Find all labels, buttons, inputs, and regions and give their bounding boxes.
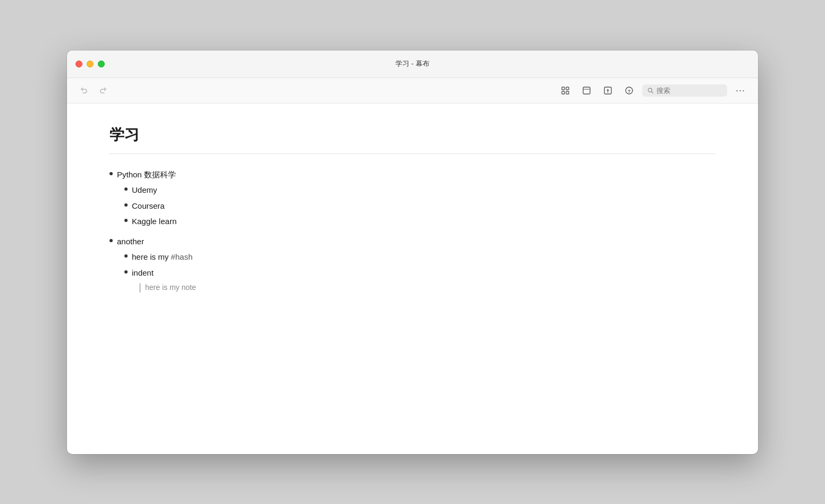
more-button[interactable]: ··· [731,83,750,98]
content-area: 学习 Python 数据科学 Udemy Coursera Kaggle [67,104,758,454]
title-divider [110,153,715,154]
help-button[interactable]: ? [621,82,638,99]
note-container: here is my note [124,280,715,294]
list-item: Python 数据科学 [110,167,715,183]
note-text: here is my note [145,281,196,294]
svg-text:?: ? [628,88,631,93]
bullet-dot [124,270,128,274]
redo-button[interactable] [95,82,112,99]
list-item: Coursera [124,198,715,214]
minimize-button[interactable] [87,61,94,67]
bullet-dot [124,203,128,207]
search-icon [647,87,653,94]
item-text: another [117,235,144,249]
bullet-dot [124,254,128,258]
toolbar-right: ? ··· [557,82,750,99]
export-icon [603,86,612,95]
list-item: another [110,234,715,250]
note-indicator [139,283,141,293]
outline: Python 数据科学 Udemy Coursera Kaggle learn [110,167,715,294]
svg-rect-4 [583,87,590,94]
indent-group: Udemy Coursera Kaggle learn [110,182,715,229]
focus-button[interactable] [557,82,574,99]
bullet-dot [124,219,128,222]
list-item: indent [124,265,715,281]
list-item: here is my #hash [124,249,715,265]
titlebar: 学习 - 幕布 [67,50,758,78]
traffic-lights [75,61,105,67]
maximize-button[interactable] [98,61,105,67]
item-text: here is my #hash [132,250,192,264]
help-icon: ? [625,86,634,95]
focus-icon [561,86,570,95]
toolbar-left [75,82,555,99]
bullet-dot [110,239,113,242]
indent-group: here is my #hash indent here is my note [110,249,715,294]
bullet-dot [124,187,128,191]
list-item: Kaggle learn [124,213,715,229]
window-title: 学习 - 幕布 [395,59,430,69]
svg-rect-1 [566,87,569,90]
toolbar: ? ··· [67,78,758,104]
svg-line-11 [651,91,653,93]
item-text: indent [132,266,154,280]
item-text: Kaggle learn [132,215,176,228]
svg-rect-3 [566,91,569,94]
item-text: Python 数据科学 [117,168,176,182]
undo-button[interactable] [75,82,92,99]
app-window: 学习 - 幕布 [67,50,758,454]
list-item: Udemy [124,182,715,198]
view-button[interactable] [578,82,595,99]
note-bar: here is my note [139,281,715,294]
item-text: Udemy [132,183,157,197]
svg-rect-2 [562,91,565,94]
view-icon [582,86,591,95]
svg-rect-0 [562,87,565,90]
bullet-dot [110,172,113,175]
undo-icon [80,86,88,95]
item-text: Coursera [132,199,165,213]
hash-link[interactable]: #hash [171,252,192,261]
doc-title: 学习 [110,125,715,145]
close-button[interactable] [75,61,82,67]
search-input[interactable] [656,87,722,95]
export-button[interactable] [600,82,617,99]
redo-icon [99,86,107,95]
search-box[interactable] [642,84,727,97]
